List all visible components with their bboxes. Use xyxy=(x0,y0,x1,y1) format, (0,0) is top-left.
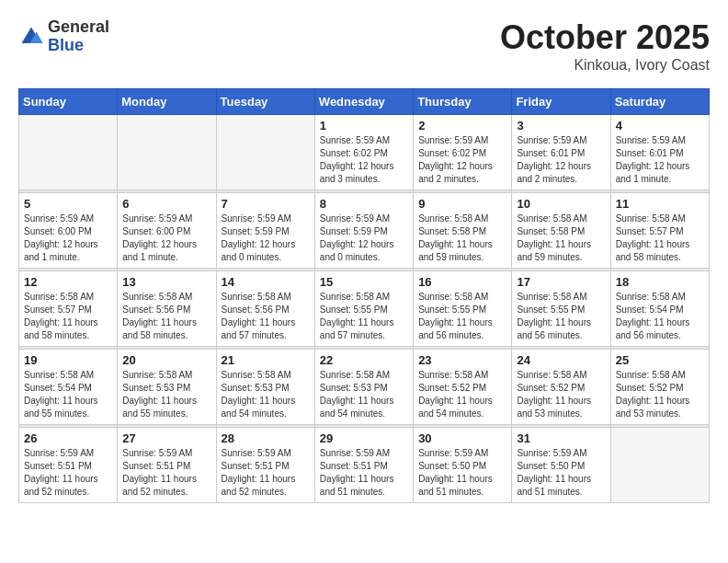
calendar-cell: 15Sunrise: 5:58 AM Sunset: 5:55 PM Dayli… xyxy=(314,271,413,347)
day-info: Sunrise: 5:59 AM Sunset: 5:50 PM Dayligh… xyxy=(418,447,506,499)
day-info: Sunrise: 5:58 AM Sunset: 5:54 PM Dayligh… xyxy=(616,291,704,342)
calendar-week-row: 1Sunrise: 5:59 AM Sunset: 6:02 PM Daylig… xyxy=(19,115,710,190)
day-number: 4 xyxy=(616,119,704,132)
calendar-cell: 11Sunrise: 5:58 AM Sunset: 5:57 PM Dayli… xyxy=(610,193,709,269)
day-info: Sunrise: 5:59 AM Sunset: 6:01 PM Dayligh… xyxy=(517,134,605,186)
calendar-cell: 27Sunrise: 5:59 AM Sunset: 5:51 PM Dayli… xyxy=(118,428,216,503)
day-number: 5 xyxy=(24,197,112,211)
logo-line2: Blue xyxy=(48,37,109,55)
day-info: Sunrise: 5:59 AM Sunset: 5:51 PM Dayligh… xyxy=(122,447,210,499)
logo-icon xyxy=(18,24,44,50)
calendar-cell: 25Sunrise: 5:58 AM Sunset: 5:52 PM Dayli… xyxy=(610,350,709,425)
day-number: 25 xyxy=(616,353,704,367)
calendar-cell: 17Sunrise: 5:58 AM Sunset: 5:55 PM Dayli… xyxy=(512,271,610,347)
calendar-cell: 14Sunrise: 5:58 AM Sunset: 5:56 PM Dayli… xyxy=(216,271,314,347)
calendar-cell: 16Sunrise: 5:58 AM Sunset: 5:55 PM Dayli… xyxy=(414,271,512,347)
day-info: Sunrise: 5:58 AM Sunset: 5:52 PM Dayligh… xyxy=(418,369,506,420)
calendar-cell: 13Sunrise: 5:58 AM Sunset: 5:56 PM Dayli… xyxy=(118,271,216,347)
calendar-cell: 9Sunrise: 5:58 AM Sunset: 5:58 PM Daylig… xyxy=(414,193,512,269)
day-info: Sunrise: 5:58 AM Sunset: 5:54 PM Dayligh… xyxy=(24,369,112,420)
day-info: Sunrise: 5:59 AM Sunset: 5:59 PM Dayligh… xyxy=(320,213,408,264)
day-number: 24 xyxy=(517,353,605,367)
day-number: 10 xyxy=(517,197,605,211)
day-number: 16 xyxy=(418,275,506,289)
calendar-cell: 6Sunrise: 5:59 AM Sunset: 6:00 PM Daylig… xyxy=(118,193,216,269)
calendar-cell: 24Sunrise: 5:58 AM Sunset: 5:52 PM Dayli… xyxy=(512,350,610,425)
calendar-header-row: SundayMondayTuesdayWednesdayThursdayFrid… xyxy=(19,89,710,115)
weekday-header: Tuesday xyxy=(216,89,314,115)
calendar-cell xyxy=(118,115,216,190)
calendar-cell: 8Sunrise: 5:59 AM Sunset: 5:59 PM Daylig… xyxy=(314,193,413,269)
day-info: Sunrise: 5:59 AM Sunset: 6:00 PM Dayligh… xyxy=(24,213,112,264)
day-number: 11 xyxy=(616,197,704,211)
day-info: Sunrise: 5:58 AM Sunset: 5:55 PM Dayligh… xyxy=(418,291,506,342)
day-number: 7 xyxy=(222,197,310,211)
day-info: Sunrise: 5:58 AM Sunset: 5:55 PM Dayligh… xyxy=(320,291,408,342)
day-info: Sunrise: 5:58 AM Sunset: 5:58 PM Dayligh… xyxy=(418,213,506,264)
calendar-week-row: 19Sunrise: 5:58 AM Sunset: 5:54 PM Dayli… xyxy=(19,350,710,425)
calendar-cell: 26Sunrise: 5:59 AM Sunset: 5:51 PM Dayli… xyxy=(19,428,118,503)
day-info: Sunrise: 5:58 AM Sunset: 5:58 PM Dayligh… xyxy=(517,213,605,264)
logo-text: General Blue xyxy=(48,18,109,55)
calendar-cell: 7Sunrise: 5:59 AM Sunset: 5:59 PM Daylig… xyxy=(216,193,314,269)
weekday-header: Saturday xyxy=(610,89,709,115)
day-number: 21 xyxy=(222,353,310,367)
calendar-week-row: 26Sunrise: 5:59 AM Sunset: 5:51 PM Dayli… xyxy=(19,428,710,503)
calendar-cell: 12Sunrise: 5:58 AM Sunset: 5:57 PM Dayli… xyxy=(19,271,118,347)
day-number: 2 xyxy=(418,119,506,132)
day-info: Sunrise: 5:59 AM Sunset: 6:02 PM Dayligh… xyxy=(320,134,408,186)
day-number: 30 xyxy=(418,431,506,445)
page-subtitle: Kinkoua, Ivory Coast xyxy=(500,57,710,74)
day-info: Sunrise: 5:59 AM Sunset: 6:02 PM Dayligh… xyxy=(418,134,506,186)
calendar-cell: 22Sunrise: 5:58 AM Sunset: 5:53 PM Dayli… xyxy=(314,350,413,425)
page-title: October 2025 xyxy=(500,18,710,57)
day-number: 3 xyxy=(517,119,605,132)
calendar-cell: 4Sunrise: 5:59 AM Sunset: 6:01 PM Daylig… xyxy=(610,115,709,190)
calendar-cell: 3Sunrise: 5:59 AM Sunset: 6:01 PM Daylig… xyxy=(512,115,610,190)
calendar-week-row: 12Sunrise: 5:58 AM Sunset: 5:57 PM Dayli… xyxy=(19,271,710,347)
calendar-cell: 5Sunrise: 5:59 AM Sunset: 6:00 PM Daylig… xyxy=(19,193,118,269)
weekday-header: Monday xyxy=(118,89,216,115)
day-info: Sunrise: 5:58 AM Sunset: 5:57 PM Dayligh… xyxy=(616,213,704,264)
calendar-cell: 28Sunrise: 5:59 AM Sunset: 5:51 PM Dayli… xyxy=(216,428,314,503)
weekday-header: Thursday xyxy=(414,89,512,115)
day-info: Sunrise: 5:58 AM Sunset: 5:52 PM Dayligh… xyxy=(517,369,605,420)
day-number: 18 xyxy=(616,275,704,289)
weekday-header: Wednesday xyxy=(314,89,413,115)
calendar-cell: 30Sunrise: 5:59 AM Sunset: 5:50 PM Dayli… xyxy=(414,428,512,503)
day-number: 20 xyxy=(122,353,210,367)
day-number: 29 xyxy=(320,431,408,445)
day-number: 13 xyxy=(122,275,210,289)
day-info: Sunrise: 5:59 AM Sunset: 6:01 PM Dayligh… xyxy=(616,134,704,186)
weekday-header: Friday xyxy=(512,89,610,115)
logo-line1: General xyxy=(48,18,109,37)
day-number: 15 xyxy=(320,275,408,289)
day-number: 9 xyxy=(418,197,506,211)
calendar-cell xyxy=(216,115,314,190)
page-header: General Blue October 2025 Kinkoua, Ivory… xyxy=(18,18,710,74)
day-number: 27 xyxy=(122,431,210,445)
calendar-cell xyxy=(610,428,709,503)
calendar-cell: 18Sunrise: 5:58 AM Sunset: 5:54 PM Dayli… xyxy=(610,271,709,347)
day-info: Sunrise: 5:58 AM Sunset: 5:53 PM Dayligh… xyxy=(122,369,210,420)
day-info: Sunrise: 5:58 AM Sunset: 5:53 PM Dayligh… xyxy=(222,369,310,420)
calendar-table: SundayMondayTuesdayWednesdayThursdayFrid… xyxy=(18,88,710,503)
day-number: 17 xyxy=(517,275,605,289)
day-info: Sunrise: 5:59 AM Sunset: 5:51 PM Dayligh… xyxy=(222,447,310,499)
day-number: 23 xyxy=(418,353,506,367)
day-number: 19 xyxy=(24,353,112,367)
day-info: Sunrise: 5:58 AM Sunset: 5:56 PM Dayligh… xyxy=(122,291,210,342)
calendar-cell: 2Sunrise: 5:59 AM Sunset: 6:02 PM Daylig… xyxy=(414,115,512,190)
calendar-cell: 31Sunrise: 5:59 AM Sunset: 5:50 PM Dayli… xyxy=(512,428,610,503)
calendar-cell: 23Sunrise: 5:58 AM Sunset: 5:52 PM Dayli… xyxy=(414,350,512,425)
calendar-cell: 21Sunrise: 5:58 AM Sunset: 5:53 PM Dayli… xyxy=(216,350,314,425)
day-info: Sunrise: 5:58 AM Sunset: 5:56 PM Dayligh… xyxy=(222,291,310,342)
day-number: 31 xyxy=(517,431,605,445)
title-block: October 2025 Kinkoua, Ivory Coast xyxy=(500,18,710,74)
calendar-cell: 1Sunrise: 5:59 AM Sunset: 6:02 PM Daylig… xyxy=(314,115,413,190)
calendar-cell: 19Sunrise: 5:58 AM Sunset: 5:54 PM Dayli… xyxy=(19,350,118,425)
weekday-header: Sunday xyxy=(19,89,118,115)
day-info: Sunrise: 5:59 AM Sunset: 5:51 PM Dayligh… xyxy=(320,447,408,499)
day-number: 1 xyxy=(320,119,408,132)
calendar-cell: 29Sunrise: 5:59 AM Sunset: 5:51 PM Dayli… xyxy=(314,428,413,503)
